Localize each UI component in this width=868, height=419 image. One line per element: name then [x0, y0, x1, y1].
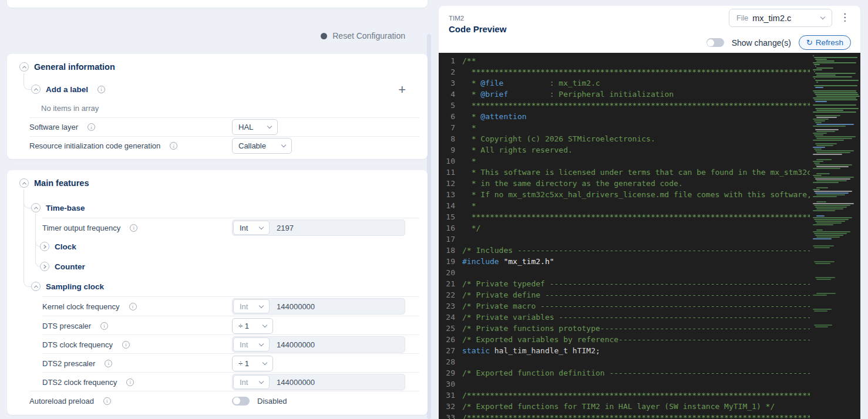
reset-configuration-button[interactable]: Reset Configuration	[7, 31, 405, 40]
minimap-bar	[816, 117, 837, 118]
chevron-right-icon	[42, 244, 46, 248]
code-line: 21/* Private typedef -------------------…	[439, 278, 810, 289]
line-number: 8	[439, 133, 462, 144]
expand-counter-button[interactable]	[40, 262, 49, 271]
collapse-sampling-clock-button[interactable]	[31, 282, 41, 291]
chevron-up-icon	[22, 66, 26, 70]
timer-output-frequency-label: Timer output frequency	[42, 224, 120, 232]
collapse-general-button[interactable]	[19, 62, 29, 72]
minimap-bar	[815, 178, 850, 180]
code-line: 11 * This software is licensed under ter…	[439, 167, 810, 178]
info-icon[interactable]: i	[88, 123, 95, 131]
dts2-prescaler-select[interactable]: ÷ 1	[232, 356, 273, 371]
minimap-bar	[813, 97, 856, 99]
kernel-clock-type-select[interactable]: Int	[233, 299, 270, 313]
code-text: /* Private macro -----------------------…	[462, 300, 810, 312]
timer-output-type-select[interactable]: Int	[233, 221, 270, 235]
info-icon[interactable]: i	[103, 397, 111, 405]
minimap-bar	[813, 182, 839, 183]
minimap-bar	[815, 80, 859, 81]
minimap-bar	[813, 175, 822, 176]
code-token: * All rights reserved.	[462, 146, 573, 154]
dts-prescaler-label: DTS prescaler	[42, 322, 91, 330]
minimap-bar	[816, 145, 833, 146]
software-layer-select[interactable]: HAL	[232, 119, 278, 135]
section-title-main-features: Main features	[34, 178, 89, 188]
minimap-bar	[813, 295, 827, 296]
info-icon[interactable]: i	[122, 341, 130, 349]
code-line: 27static hal_tim_handle_t hTIM2;	[439, 345, 810, 356]
resource-init-select[interactable]: Callable	[232, 138, 292, 154]
code-line: 1/**	[439, 55, 810, 66]
tree-connector	[35, 214, 41, 267]
dts2-clock-frequency-label: DTS2 clock frequency	[42, 378, 117, 387]
code-text: /* Exported function definition --------…	[462, 367, 810, 379]
collapse-main-features-button[interactable]	[19, 178, 29, 188]
dts-clock-frequency-value: 144000000	[270, 340, 315, 349]
toggle-knob	[707, 39, 714, 46]
file-select[interactable]: File mx_tim2.c	[729, 9, 832, 27]
minimap-bar	[815, 150, 854, 151]
line-number: 32	[439, 401, 462, 412]
line-number: 9	[439, 144, 462, 156]
code-token: static	[462, 346, 490, 355]
code-editor[interactable]: 1/**2 **********************************…	[439, 53, 860, 419]
chevron-up-icon	[33, 207, 38, 211]
kernel-clock-frequency-input: Int 144000000	[232, 298, 405, 315]
add-item-button[interactable]: +	[398, 85, 406, 95]
autoreload-preload-state: Disabled	[257, 397, 287, 406]
line-number: 6	[439, 111, 462, 122]
dts-prescaler-select[interactable]: ÷ 1	[232, 318, 273, 334]
dts2-clock-type-select[interactable]: Int	[233, 375, 270, 389]
code-token: /***************************************…	[462, 413, 810, 419]
minimap-bar	[813, 140, 844, 141]
refresh-button[interactable]: ↻ Refresh	[799, 35, 851, 50]
minimap-bar	[814, 191, 852, 192]
code-text	[462, 356, 810, 367]
code-text: *	[462, 200, 810, 211]
sampling-clock-title: Sampling clock	[46, 282, 104, 291]
dts-clock-type-select[interactable]: Int	[233, 337, 270, 352]
dts2-prescaler-label: DTS2 prescaler	[42, 359, 95, 368]
collapse-add-label-button[interactable]	[31, 85, 41, 94]
minimap-bar	[815, 277, 835, 278]
code-text: /***************************************…	[462, 390, 810, 401]
autoreload-preload-toggle[interactable]	[232, 397, 250, 406]
line-number: 11	[439, 167, 462, 178]
show-changes-toggle[interactable]	[706, 38, 724, 47]
info-icon[interactable]: i	[97, 86, 105, 93]
code-token: *	[462, 112, 480, 121]
minimap-bar	[813, 55, 814, 56]
line-number: 31	[439, 390, 462, 401]
previous-card-edge	[7, 0, 428, 8]
minimap-bar	[816, 152, 850, 153]
code-text: */	[462, 222, 810, 234]
info-icon[interactable]: i	[126, 379, 134, 386]
minimap-bar	[814, 134, 823, 136]
info-icon[interactable]: i	[105, 360, 112, 367]
minimap-bar	[815, 115, 840, 116]
collapse-time-base-button[interactable]	[31, 203, 41, 212]
info-icon[interactable]: i	[170, 142, 177, 150]
minimap-bar	[815, 136, 856, 137]
line-number: 19	[439, 256, 462, 267]
info-icon[interactable]: i	[100, 322, 108, 330]
line-number: 30	[439, 379, 462, 390]
minimap[interactable]	[810, 53, 860, 419]
kebab-menu-icon[interactable]: ⋮	[840, 11, 850, 24]
minimap-bar	[815, 192, 849, 194]
page: Reset Configuration General information …	[0, 0, 868, 419]
minimap-bar	[816, 166, 849, 167]
code-line: 30	[439, 379, 810, 390]
minimap-bar	[816, 194, 845, 195]
code-token: *	[462, 90, 480, 99]
left-panel-scrollbar[interactable]	[427, 34, 431, 419]
info-icon[interactable]: i	[129, 303, 137, 310]
expand-clock-button[interactable]	[40, 242, 49, 251]
info-icon[interactable]: i	[130, 224, 137, 232]
timer-output-frequency-value[interactable]: 2197	[270, 224, 294, 232]
code-line: 23/* Private macro ---------------------…	[439, 300, 810, 312]
code-text: * @attention	[462, 111, 810, 122]
reset-label: Reset Configuration	[332, 31, 405, 40]
line-number: 20	[439, 267, 462, 278]
